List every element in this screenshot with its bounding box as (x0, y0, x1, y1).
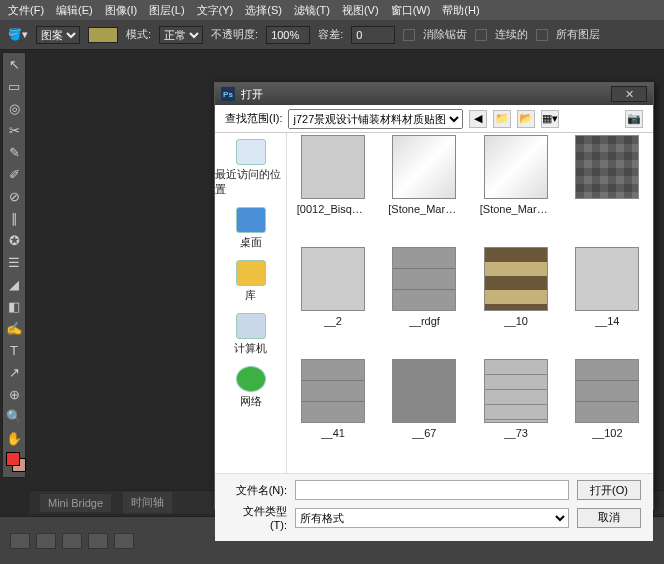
alllayers-check[interactable] (536, 29, 548, 41)
filename-field[interactable] (295, 480, 569, 500)
file-item[interactable]: [0012_Bisque]3... (289, 135, 377, 243)
file-name: __10 (504, 315, 528, 327)
file-thumb (484, 247, 548, 311)
file-item[interactable]: __10 (472, 247, 560, 355)
tab-timeline[interactable]: 时间轴 (123, 492, 172, 513)
place-recent[interactable]: 最近访问的位置 (215, 139, 286, 197)
bucket-tool[interactable]: ◢ (3, 273, 25, 295)
file-item[interactable]: __14 (564, 247, 652, 355)
tolerance-field[interactable] (351, 26, 395, 44)
menu-type[interactable]: 文字(Y) (197, 3, 234, 18)
mode-select[interactable]: 正常 (159, 26, 203, 44)
up-icon[interactable]: 📁 (493, 110, 511, 128)
type-tool[interactable]: T (3, 339, 25, 361)
path-tool[interactable]: ↗ (3, 361, 25, 383)
file-thumb (484, 135, 548, 199)
place-network[interactable]: 网络 (236, 366, 266, 409)
alllayers-label: 所有图层 (556, 27, 600, 42)
gradient-tool[interactable]: ☰ (3, 251, 25, 273)
file-name: __67 (412, 427, 436, 439)
back-icon[interactable]: ◀ (469, 110, 487, 128)
dialog-titlebar: Ps 打开 ✕ (215, 83, 653, 105)
timeline-play[interactable] (62, 533, 82, 549)
file-item[interactable]: __102 (564, 359, 652, 467)
file-item[interactable]: [Stone_Marble]1 (381, 135, 469, 243)
stamp-tool[interactable]: ✪ (3, 229, 25, 251)
location-bar: 查找范围(I): j727景观设计铺装材料材质贴图 ◀ 📁 📂 ▦▾ 📷 (215, 105, 653, 133)
file-thumb (575, 359, 639, 423)
place-computer[interactable]: 计算机 (234, 313, 267, 356)
file-item[interactable]: [Stone_Marble]... (472, 135, 560, 243)
timeline-last[interactable] (114, 533, 134, 549)
pen-tool[interactable]: ✍ (3, 317, 25, 339)
contiguous-check[interactable] (475, 29, 487, 41)
timeline-next[interactable] (88, 533, 108, 549)
move-tool[interactable]: ↖ (3, 53, 25, 75)
file-thumb (392, 359, 456, 423)
file-name: __rdgf (409, 315, 440, 327)
menu-select[interactable]: 选择(S) (245, 3, 282, 18)
viewmode-icon[interactable]: ▦▾ (541, 110, 559, 128)
file-item[interactable]: __67 (381, 359, 469, 467)
timeline-prev[interactable] (36, 533, 56, 549)
pattern-swatch[interactable] (88, 27, 118, 43)
filetype-select[interactable]: 所有格式 (295, 508, 569, 528)
timeline-first[interactable] (10, 533, 30, 549)
computer-icon (236, 313, 266, 339)
antialias-check[interactable] (403, 29, 415, 41)
eyedropper-tool[interactable]: ✎ (3, 141, 25, 163)
menu-window[interactable]: 窗口(W) (391, 3, 431, 18)
fill-preset[interactable]: 图案 (36, 26, 80, 44)
open-button[interactable]: 打开(O) (577, 480, 641, 500)
brush-tool[interactable]: ✐ (3, 163, 25, 185)
hand-tool[interactable]: ✋ (3, 427, 25, 449)
menu-layer[interactable]: 图层(L) (149, 3, 184, 18)
place-desktop[interactable]: 桌面 (236, 207, 266, 250)
tolerance-label: 容差: (318, 27, 343, 42)
file-name: __73 (504, 427, 528, 439)
zoom-tool[interactable]: 🔍 (3, 405, 25, 427)
dialog-footer: 文件名(N): 打开(O) 文件类型(T): 所有格式 取消 (215, 473, 653, 541)
file-item[interactable]: __41 (289, 359, 377, 467)
open-dialog: Ps 打开 ✕ 查找范围(I): j727景观设计铺装材料材质贴图 ◀ 📁 📂 … (214, 82, 654, 510)
menu-view[interactable]: 视图(V) (342, 3, 379, 18)
file-thumb (301, 135, 365, 199)
menu-image[interactable]: 图像(I) (105, 3, 137, 18)
filetype-label: 文件类型(T): (227, 504, 287, 531)
lasso-tool[interactable]: ◎ (3, 97, 25, 119)
clone-tool[interactable]: ∥ (3, 207, 25, 229)
healing-tool[interactable]: ⊘ (3, 185, 25, 207)
toolbox: ↖ ▭ ◎ ✂ ✎ ✐ ⊘ ∥ ✪ ☰ ◢ ◧ ✍ T ↗ ⊕ 🔍 ✋ (2, 52, 26, 478)
menu-help[interactable]: 帮助(H) (442, 3, 479, 18)
opacity-field[interactable] (266, 26, 310, 44)
menu-filter[interactable]: 滤镜(T) (294, 3, 330, 18)
opacity-label: 不透明度: (211, 27, 258, 42)
file-name: [Stone_Marble]... (480, 203, 552, 215)
file-thumb (575, 135, 639, 199)
color-swatches[interactable] (3, 449, 25, 477)
cancel-button[interactable]: 取消 (577, 508, 641, 528)
bucket-icon: 🪣▾ (8, 28, 28, 41)
file-item[interactable]: __rdgf (381, 247, 469, 355)
network-icon (236, 366, 266, 392)
close-icon[interactable]: ✕ (611, 86, 647, 102)
file-thumb (484, 359, 548, 423)
file-grid: [0012_Bisque]3...[Stone_Marble]1[Stone_M… (287, 133, 653, 473)
camera-icon[interactable]: 📷 (625, 110, 643, 128)
file-item[interactable]: __2 (289, 247, 377, 355)
crop-tool[interactable]: ✂ (3, 119, 25, 141)
file-item[interactable] (564, 135, 652, 243)
marquee-tool[interactable]: ▭ (3, 75, 25, 97)
fg-swatch[interactable] (6, 452, 20, 466)
shape-tool[interactable]: ⊕ (3, 383, 25, 405)
file-item[interactable]: __73 (472, 359, 560, 467)
tab-minibridge[interactable]: Mini Bridge (40, 494, 111, 512)
menubar: 文件(F) 编辑(E) 图像(I) 图层(L) 文字(Y) 选择(S) 滤镜(T… (0, 0, 664, 20)
blur-tool[interactable]: ◧ (3, 295, 25, 317)
place-library[interactable]: 库 (236, 260, 266, 303)
menu-edit[interactable]: 编辑(E) (56, 3, 93, 18)
menu-file[interactable]: 文件(F) (8, 3, 44, 18)
file-name: __41 (321, 427, 345, 439)
newfolder-icon[interactable]: 📂 (517, 110, 535, 128)
folder-select[interactable]: j727景观设计铺装材料材质贴图 (288, 109, 463, 129)
